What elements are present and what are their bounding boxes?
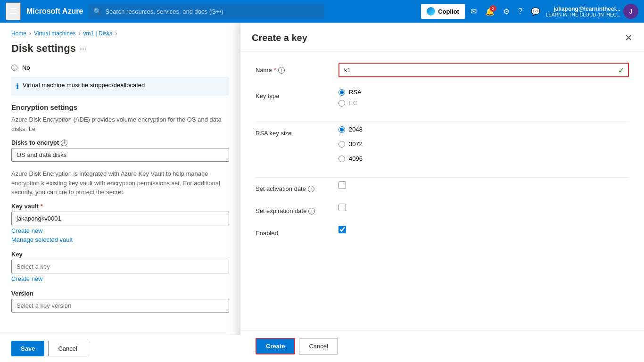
key-vault-required: * — [41, 203, 43, 210]
key-vault-label: Key vault * — [11, 203, 229, 210]
info-icon: ℹ — [16, 82, 19, 91]
copilot-button[interactable]: Copilot — [421, 4, 465, 19]
help-icon-button[interactable]: ? — [515, 4, 525, 18]
create-key-dialog: Create a key ✕ Name * i ✓ — [240, 23, 644, 362]
copilot-icon — [427, 7, 435, 16]
integration-desc: Azure Disk Encryption is integrated with… — [11, 169, 229, 197]
rsa-3072-label: 3072 — [349, 140, 363, 148]
copilot-label: Copilot — [438, 8, 459, 15]
save-button[interactable]: Save — [11, 341, 44, 356]
disks-info-icon[interactable]: i — [61, 140, 67, 146]
create-button[interactable]: Create — [256, 338, 295, 354]
version-input[interactable] — [11, 299, 229, 313]
disks-input[interactable] — [11, 148, 229, 162]
enabled-row: Enabled — [256, 226, 629, 237]
separator-2 — [256, 177, 629, 178]
expiration-control — [339, 204, 629, 211]
search-input[interactable] — [105, 8, 320, 15]
enabled-checkbox[interactable] — [339, 226, 346, 233]
brand-name: Microsoft Azure — [26, 7, 83, 16]
settings-icon-button[interactable]: ⚙ — [500, 4, 512, 19]
rsa-4096-radio[interactable] — [339, 156, 345, 162]
key-type-label: Key type — [256, 89, 331, 99]
more-options-icon[interactable]: ··· — [80, 44, 87, 54]
version-field: Version — [11, 290, 229, 313]
name-row: Name * i ✓ — [256, 63, 629, 77]
background-overlay: Create a key ✕ Name * i ✓ — [240, 23, 644, 362]
feedback-icon-button[interactable]: 💬 — [528, 4, 543, 19]
key-type-control: RSA EC — [339, 89, 629, 110]
activation-label: Set activation date i — [256, 181, 331, 192]
cancel-dialog-button[interactable]: Cancel — [299, 338, 338, 354]
name-label: Name * i — [256, 63, 331, 74]
dialog-body: Name * i ✓ Key type RSA — [240, 51, 644, 330]
left-panel: Home › Virtual machines › vm1 | Disks › … — [0, 23, 240, 362]
expiration-row: Set expiration date i — [256, 204, 629, 214]
page-title-row: Disk settings ··· — [11, 42, 229, 55]
ec-radio[interactable] — [339, 100, 345, 107]
activation-checkbox[interactable] — [339, 181, 346, 189]
create-new-key-button[interactable]: Create new — [11, 275, 42, 282]
manage-vault-button[interactable]: Manage selected vault — [11, 236, 73, 243]
name-input[interactable] — [339, 63, 629, 77]
info-box: ℹ Virtual machine must be stopped/deallo… — [11, 77, 229, 96]
notification-badge: 2 — [490, 5, 496, 12]
search-bar: 🔍 — [89, 4, 324, 19]
rsa-label: RSA — [349, 89, 362, 96]
key-vault-input[interactable] — [11, 212, 229, 225]
expiration-checkbox[interactable] — [339, 204, 346, 211]
breadcrumb-home[interactable]: Home — [11, 30, 26, 37]
version-label: Version — [11, 290, 229, 297]
rsa-3072-radio[interactable] — [339, 141, 345, 148]
rsa-radio[interactable] — [339, 89, 345, 96]
name-check-icon: ✓ — [618, 66, 624, 74]
user-subscription: LEARN IN THE CLOUD (INTHEC... — [546, 12, 620, 17]
dialog-header: Create a key ✕ — [240, 23, 644, 51]
rsa-option: RSA — [339, 89, 629, 96]
email-icon-button[interactable]: ✉ — [468, 4, 479, 19]
rsa-size-row: RSA key size 2048 3072 4096 — [256, 126, 629, 166]
rsa-size-control: 2048 3072 4096 — [339, 126, 629, 166]
activation-control — [339, 181, 629, 189]
breadcrumb-vms[interactable]: Virtual machines — [34, 30, 76, 37]
encryption-description: Azure Disk Encryption (ADE) provides vol… — [11, 115, 229, 133]
ec-label: EC — [349, 99, 357, 107]
user-name: jakapong@learninthecl... — [546, 6, 620, 12]
key-label: Key — [11, 251, 229, 258]
rsa-3072-option: 3072 — [339, 140, 629, 148]
rsa-2048-option: 2048 — [339, 126, 629, 133]
dialog-title: Create a key — [252, 33, 307, 43]
disks-label: Disks to encrypt i — [11, 139, 229, 146]
radio-no-option: No — [11, 64, 229, 71]
rsa-4096-label: 4096 — [349, 155, 363, 162]
expiration-label: Set expiration date i — [256, 204, 331, 214]
bottom-bar: Save Cancel — [0, 335, 240, 362]
breadcrumb: Home › Virtual machines › vm1 | Disks › — [11, 30, 229, 37]
dialog-close-button[interactable]: ✕ — [625, 32, 633, 43]
info-text: Virtual machine must be stopped/dealloca… — [23, 82, 145, 89]
breadcrumb-vm-disk[interactable]: vm1 | Disks — [83, 30, 113, 37]
enabled-control — [339, 226, 629, 233]
disks-to-encrypt-field: Disks to encrypt i — [11, 139, 229, 162]
cancel-bottom-button[interactable]: Cancel — [48, 341, 87, 356]
hamburger-menu[interactable]: ☰ — [6, 2, 21, 20]
user-info[interactable]: jakapong@learninthecl... LEARN IN THE CL… — [546, 6, 620, 17]
activation-row: Set activation date i — [256, 181, 629, 192]
activation-info-icon[interactable]: i — [308, 186, 314, 192]
rsa-2048-radio[interactable] — [339, 126, 345, 133]
topnav-right-controls: Copilot ✉ 🔔 2 ⚙ ? 💬 jakapong@learninthec… — [421, 4, 638, 19]
page-title: Disk settings — [11, 42, 76, 55]
ec-option: EC — [339, 99, 629, 107]
enabled-label: Enabled — [256, 226, 331, 237]
radio-no-input[interactable] — [11, 65, 17, 71]
search-icon: 🔍 — [93, 8, 101, 15]
key-input[interactable] — [11, 260, 229, 273]
dialog-footer: Create Cancel — [240, 330, 644, 362]
separator-1 — [256, 122, 629, 122]
name-info-icon[interactable]: i — [278, 67, 285, 74]
expiration-info-icon[interactable]: i — [308, 208, 315, 214]
key-field: Key Create new — [11, 251, 229, 282]
create-new-vault-button[interactable]: Create new — [11, 227, 42, 234]
notifications-button[interactable]: 🔔 2 — [482, 4, 497, 19]
user-avatar[interactable]: J — [623, 4, 638, 19]
